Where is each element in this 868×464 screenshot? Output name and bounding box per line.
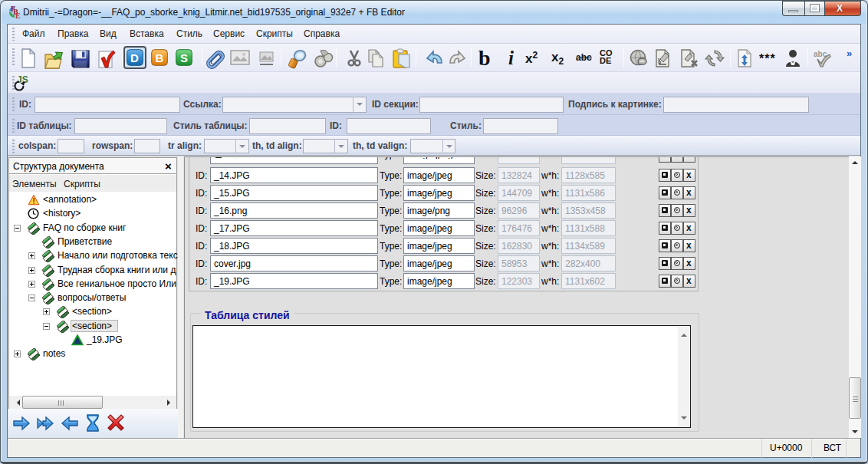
- svg-text:D: D: [130, 51, 139, 64]
- svg-text:S: S: [180, 51, 188, 64]
- svg-text:E: E: [15, 12, 21, 20]
- svg-text:B: B: [156, 51, 164, 64]
